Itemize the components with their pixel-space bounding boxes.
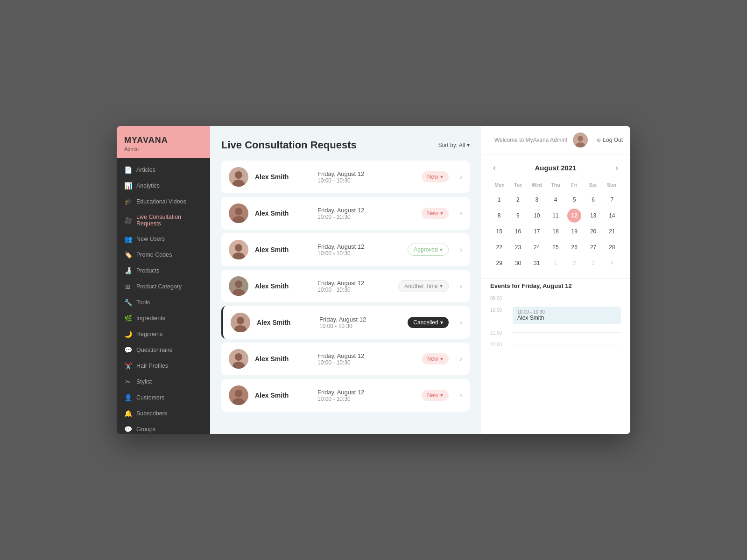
calendar-day[interactable]: 30 <box>511 256 525 270</box>
calendar-day[interactable]: 31 <box>530 256 544 270</box>
calendar-day[interactable]: 5 <box>567 193 581 207</box>
sidebar-item-groups[interactable]: 💬 Groups <box>117 421 210 434</box>
card-arrow-icon[interactable]: › <box>460 318 462 327</box>
calendar-day[interactable]: 1 <box>549 256 563 270</box>
status-badge[interactable]: New ▾ <box>422 208 449 219</box>
sidebar-item-label: New Users <box>136 236 165 242</box>
avatar <box>229 240 248 259</box>
sidebar-item-subscribers[interactable]: 🔔 Subscribers <box>117 406 210 421</box>
consultation-date: Friday, August 12 10:00 - 10:30 <box>317 352 415 366</box>
calendar-day[interactable]: 6 <box>586 193 600 207</box>
groups-icon: 💬 <box>124 426 132 433</box>
calendar-day[interactable]: 28 <box>605 240 619 254</box>
card-arrow-icon[interactable]: › <box>460 355 462 363</box>
hair_profiles-icon: ✂️ <box>124 362 132 370</box>
calendar-day-header: Wed <box>528 180 546 189</box>
badge-chevron-icon: ▾ <box>440 392 443 399</box>
consultation-date: Friday, August 12 10:00 - 10:30 <box>317 280 392 293</box>
calendar-day[interactable]: 13 <box>586 209 600 223</box>
page-title: Live Consultation Requests <box>221 139 357 151</box>
calendar-prev-button[interactable]: ‹ <box>490 162 499 174</box>
sidebar-item-label: Promo Codes <box>136 252 172 258</box>
status-badge[interactable]: New ▾ <box>422 171 449 182</box>
sidebar-item-regimens[interactable]: 🌙 Regimens <box>117 326 210 342</box>
avatar <box>231 313 250 332</box>
avatar <box>229 203 248 223</box>
calendar-day[interactable]: 22 <box>492 240 506 254</box>
time-label: 11:00 <box>490 329 508 336</box>
calendar-day[interactable]: 27 <box>586 240 600 254</box>
sidebar-item-products[interactable]: 🍶 Products <box>117 263 210 279</box>
events-title: Events for Friday, August 12 <box>490 282 621 289</box>
logo-text: MYAVANA <box>124 135 203 145</box>
calendar-day[interactable]: 4 <box>549 193 563 207</box>
calendar-day[interactable]: 26 <box>567 240 581 254</box>
calendar-day[interactable]: 12 <box>567 209 581 223</box>
calendar-day[interactable]: 24 <box>530 240 544 254</box>
calendar-day[interactable]: 2 <box>567 256 581 270</box>
sidebar-item-new_users[interactable]: 👥 New Users <box>117 231 210 247</box>
card-arrow-icon[interactable]: › <box>460 209 462 217</box>
sidebar-item-tools[interactable]: 🔧 Tools <box>117 294 210 310</box>
consultation-time: 10:00 - 10:30 <box>317 396 415 402</box>
calendar-day[interactable]: 25 <box>549 240 563 254</box>
sidebar-item-articles[interactable]: 📄 Articles <box>117 162 210 178</box>
sidebar-item-stylist[interactable]: ✂ Stylist <box>117 374 210 390</box>
calendar-day[interactable]: 23 <box>511 240 525 254</box>
calendar-day[interactable]: 3 <box>530 193 544 207</box>
consultation-date-line: Friday, August 12 <box>317 352 415 359</box>
calendar-day[interactable]: 11 <box>549 209 563 223</box>
calendar-day-header: Sun <box>602 180 621 189</box>
status-badge[interactable]: New ▾ <box>422 390 449 401</box>
sidebar-item-ingredients[interactable]: 🌿 Ingredients <box>117 310 210 326</box>
calendar-day[interactable]: 17 <box>530 224 544 238</box>
card-arrow-icon[interactable]: › <box>460 173 462 181</box>
logout-button[interactable]: ⎋ Log Out <box>597 137 623 143</box>
calendar-day[interactable]: 8 <box>492 209 506 223</box>
calendar-day[interactable]: 21 <box>605 224 619 238</box>
calendar-day[interactable]: 9 <box>511 209 525 223</box>
calendar-day[interactable]: 20 <box>586 224 600 238</box>
calendar-day[interactable]: 15 <box>492 224 506 238</box>
calendar-day[interactable]: 10 <box>530 209 544 223</box>
sidebar-item-questionnaire[interactable]: 💬 Questionnaire <box>117 342 210 358</box>
subscribers-icon: 🔔 <box>124 410 132 417</box>
status-badge[interactable]: New ▾ <box>422 353 449 364</box>
calendar-day[interactable]: 14 <box>605 209 619 223</box>
sidebar-item-live_consultation[interactable]: 🎥 Live Consultation Requests <box>117 210 210 231</box>
articles-icon: 📄 <box>124 166 132 174</box>
calendar-day[interactable]: 19 <box>567 224 581 238</box>
top-bar: Welcome to MyAvana Admin! ⎋ Log Out <box>481 126 630 154</box>
sidebar-item-hair_profiles[interactable]: ✂️ Hair Profiles <box>117 358 210 374</box>
status-badge[interactable]: Approved ▾ <box>408 244 448 256</box>
sort-control[interactable]: Sort by: All ▾ <box>438 142 470 148</box>
avatar <box>229 385 248 405</box>
sidebar-item-promo_codes[interactable]: 🏷️ Promo Codes <box>117 247 210 263</box>
calendar-day[interactable]: 16 <box>511 224 525 238</box>
consultation-card: Alex Smith Friday, August 12 10:00 - 10:… <box>221 379 470 412</box>
calendar-day[interactable]: 18 <box>549 224 563 238</box>
calendar-day[interactable]: 3 <box>586 256 600 270</box>
calendar-day[interactable]: 1 <box>492 193 506 207</box>
sidebar-item-analytics[interactable]: 📊 Analytics <box>117 178 210 194</box>
sidebar-item-customers[interactable]: 👤 Customers <box>117 390 210 406</box>
consultation-name: Alex Smith <box>257 319 303 326</box>
card-arrow-icon[interactable]: › <box>460 391 462 399</box>
avatar <box>229 167 248 187</box>
calendar-day[interactable]: 4 <box>605 256 619 270</box>
calendar-next-button[interactable]: › <box>613 162 621 174</box>
time-line <box>513 344 621 344</box>
card-arrow-icon[interactable]: › <box>460 282 462 290</box>
sidebar-item-label: Product Category <box>136 283 182 290</box>
card-arrow-icon[interactable]: › <box>460 245 462 254</box>
calendar-day[interactable]: 7 <box>605 193 619 207</box>
time-slot: 10:00 10:00 - 10:30 Alex Smith <box>490 307 621 324</box>
status-badge[interactable]: Another Time ▾ <box>398 280 448 292</box>
calendar-day-header: Mon <box>490 180 509 189</box>
calendar-day[interactable]: 2 <box>511 193 525 207</box>
calendar-day[interactable]: 29 <box>492 256 506 270</box>
sidebar-item-educational_videos[interactable]: 🎓 Educational Videos <box>117 194 210 210</box>
sidebar-item-product_category[interactable]: ⊞ Product Category <box>117 279 210 294</box>
calendar-header: ‹ August 2021 › <box>490 162 621 174</box>
status-badge[interactable]: Cancelled ▾ <box>408 317 448 328</box>
